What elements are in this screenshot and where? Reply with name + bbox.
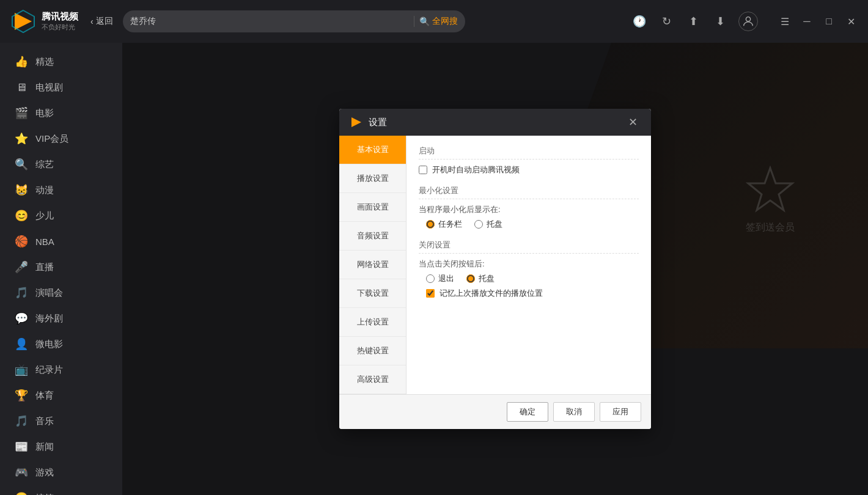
modal-overlay: 设置 ✕ 基本设置 播放设置 画面设置 音频设置 网络设置 下载设置 上传设置 … bbox=[122, 43, 868, 495]
user-avatar[interactable] bbox=[738, 12, 758, 31]
sidebar-item-yanchang[interactable]: 🎵 演唱会 bbox=[0, 280, 122, 306]
confirm-button[interactable]: 确定 bbox=[507, 402, 548, 422]
close-title: 关闭设置 bbox=[419, 240, 639, 254]
xinwen-icon: 📰 bbox=[15, 440, 28, 453]
search-button[interactable]: 🔍 全网搜 bbox=[414, 16, 458, 27]
upload-icon[interactable]: ⬆ bbox=[685, 13, 702, 30]
search-input[interactable] bbox=[130, 16, 409, 26]
close-tray-option[interactable]: 托盘 bbox=[466, 273, 495, 284]
dialog-body: 基本设置 播放设置 画面设置 音频设置 网络设置 下载设置 上传设置 热键设置 … bbox=[339, 136, 651, 394]
close-section: 关闭设置 当点击关闭按钮后: 退出 托盘 bbox=[419, 240, 639, 299]
zongyi-icon: 🔍 bbox=[15, 158, 28, 171]
menu-button[interactable]: ☰ bbox=[778, 14, 792, 29]
startup-title: 启动 bbox=[419, 145, 639, 160]
titlebar: 腾讯视频 不负好时光 ‹ 返回 🔍 全网搜 🕐 ↻ ⬆ ⬇ ☰ ─ □ ✕ bbox=[0, 0, 868, 43]
sidebar-item-tiyu[interactable]: 🏆 体育 bbox=[0, 383, 122, 408]
menu-item-upload[interactable]: 上传设置 bbox=[339, 308, 406, 337]
minimize-tray-radio[interactable] bbox=[474, 220, 483, 229]
sidebar-label-haiwai: 海外剧 bbox=[35, 313, 63, 324]
menu-item-picture[interactable]: 画面设置 bbox=[339, 193, 406, 222]
dialog-footer: 确定 取消 应用 bbox=[339, 394, 651, 429]
svg-point-2 bbox=[746, 17, 750, 21]
minimize-radio-group: 任务栏 托盘 bbox=[426, 219, 639, 230]
menu-item-hotkey[interactable]: 热键设置 bbox=[339, 337, 406, 365]
sidebar-item-jingxuan[interactable]: 👍 精选 bbox=[0, 49, 122, 75]
sidebar-item-dianying[interactable]: 🎬 电影 bbox=[0, 100, 122, 126]
minimize-taskbar-option[interactable]: 任务栏 bbox=[426, 219, 462, 230]
minimize-taskbar-label: 任务栏 bbox=[438, 219, 462, 230]
menu-item-audio[interactable]: 音频设置 bbox=[339, 222, 406, 251]
menu-item-network[interactable]: 网络设置 bbox=[339, 251, 406, 279]
sidebar-label-nba: NBA bbox=[35, 237, 54, 247]
sidebar-label-gaoxiao: 搞笑 bbox=[35, 493, 54, 496]
search-bar: 🔍 全网搜 bbox=[123, 10, 465, 32]
sidebar-item-dongman[interactable]: 😸 动漫 bbox=[0, 177, 122, 203]
minimize-button[interactable]: ─ bbox=[800, 14, 814, 29]
sidebar-label-jilupian: 纪录片 bbox=[35, 364, 63, 376]
sidebar-item-vip[interactable]: ⭐ VIP会员 bbox=[0, 126, 122, 152]
close-subtitle: 当点击关闭按钮后: bbox=[419, 258, 639, 270]
menu-item-download[interactable]: 下载设置 bbox=[339, 279, 406, 308]
menu-item-advanced[interactable]: 高级设置 bbox=[339, 365, 406, 394]
dialog-sidebar: 基本设置 播放设置 画面设置 音频设置 网络设置 下载设置 上传设置 热键设置 … bbox=[339, 136, 406, 394]
sidebar: 👍 精选 🖥 电视剧 🎬 电影 ⭐ VIP会员 🔍 综艺 😸 动漫 😊 少儿 � bbox=[0, 43, 122, 495]
remember-pos-checkbox[interactable] bbox=[426, 289, 435, 298]
sidebar-label-zhibo: 直播 bbox=[35, 262, 54, 273]
auto-start-label: 开机时自动启动腾讯视频 bbox=[432, 164, 520, 175]
close-exit-radio[interactable] bbox=[426, 274, 435, 283]
gaoxiao-icon: 😄 bbox=[15, 491, 28, 495]
dialog-title: 设置 bbox=[369, 117, 619, 128]
sidebar-label-vip: VIP会员 bbox=[35, 133, 68, 145]
sidebar-item-yinyue[interactable]: 🎵 音乐 bbox=[0, 408, 122, 434]
minimize-taskbar-radio[interactable] bbox=[426, 220, 435, 229]
sidebar-item-weidianying[interactable]: 👤 微电影 bbox=[0, 331, 122, 357]
vip-icon: ⭐ bbox=[15, 132, 28, 145]
refresh-icon[interactable]: ↻ bbox=[658, 13, 675, 30]
dialog-close-button[interactable]: ✕ bbox=[624, 114, 641, 131]
window-controls: ☰ ─ □ ✕ bbox=[778, 14, 858, 29]
sidebar-label-jingxuan: 精选 bbox=[35, 56, 54, 68]
auto-start-checkbox[interactable] bbox=[419, 166, 427, 174]
sidebar-item-dianshiju[interactable]: 🖥 电视剧 bbox=[0, 75, 122, 100]
sidebar-item-youxi[interactable]: 🎮 游戏 bbox=[0, 460, 122, 485]
close-exit-label: 退出 bbox=[438, 273, 454, 284]
titlebar-right: 🕐 ↻ ⬆ ⬇ ☰ ─ □ ✕ bbox=[631, 12, 858, 31]
sidebar-item-zhibo[interactable]: 🎤 直播 bbox=[0, 254, 122, 280]
cancel-button[interactable]: 取消 bbox=[553, 402, 595, 422]
sidebar-label-dongman: 动漫 bbox=[35, 185, 54, 196]
minimize-subtitle: 当程序最小化后显示在: bbox=[419, 204, 639, 215]
settings-dialog: 设置 ✕ 基本设置 播放设置 画面设置 音频设置 网络设置 下载设置 上传设置 … bbox=[339, 109, 651, 429]
apply-button[interactable]: 应用 bbox=[600, 402, 641, 422]
sidebar-item-zongyi[interactable]: 🔍 综艺 bbox=[0, 152, 122, 177]
menu-item-playback[interactable]: 播放设置 bbox=[339, 164, 406, 193]
menu-item-basic[interactable]: 基本设置 bbox=[339, 136, 406, 164]
close-tray-radio[interactable] bbox=[466, 274, 475, 283]
close-button[interactable]: ✕ bbox=[844, 14, 858, 29]
minimize-section: 最小化设置 当程序最小化后显示在: 任务栏 托盘 bbox=[419, 185, 639, 230]
sidebar-item-xinwen[interactable]: 📰 新闻 bbox=[0, 434, 122, 460]
sidebar-item-jilupian[interactable]: 📺 纪录片 bbox=[0, 357, 122, 383]
back-label: 返回 bbox=[96, 16, 113, 27]
close-tray-label: 托盘 bbox=[479, 273, 495, 284]
tiyu-icon: 🏆 bbox=[15, 389, 28, 402]
maximize-button[interactable]: □ bbox=[822, 14, 836, 29]
sidebar-item-haiwai[interactable]: 💬 海外剧 bbox=[0, 306, 122, 331]
app-logo bbox=[10, 8, 37, 35]
minimize-tray-option[interactable]: 托盘 bbox=[474, 219, 502, 230]
dianying-icon: 🎬 bbox=[15, 106, 28, 120]
minimize-title: 最小化设置 bbox=[419, 185, 639, 199]
back-button[interactable]: ‹ 返回 bbox=[90, 16, 113, 27]
startup-section: 启动 开机时自动启动腾讯视频 bbox=[419, 145, 639, 175]
sidebar-label-xinwen: 新闻 bbox=[35, 441, 54, 453]
sidebar-item-shaoer[interactable]: 😊 少儿 bbox=[0, 203, 122, 229]
nba-icon: 🏀 bbox=[15, 235, 28, 248]
content-area: 签到送会员 设置 ✕ 基本设置 播放设置 bbox=[122, 43, 868, 495]
jilupian-icon: 📺 bbox=[15, 363, 28, 376]
close-exit-option[interactable]: 退出 bbox=[426, 273, 454, 284]
dialog-logo-icon bbox=[349, 115, 364, 130]
sidebar-label-youxi: 游戏 bbox=[35, 467, 54, 479]
sidebar-item-gaoxiao[interactable]: 😄 搞笑 bbox=[0, 485, 122, 495]
download-icon[interactable]: ⬇ bbox=[712, 13, 729, 30]
history-icon[interactable]: 🕐 bbox=[631, 13, 648, 30]
sidebar-item-nba[interactable]: 🏀 NBA bbox=[0, 229, 122, 254]
